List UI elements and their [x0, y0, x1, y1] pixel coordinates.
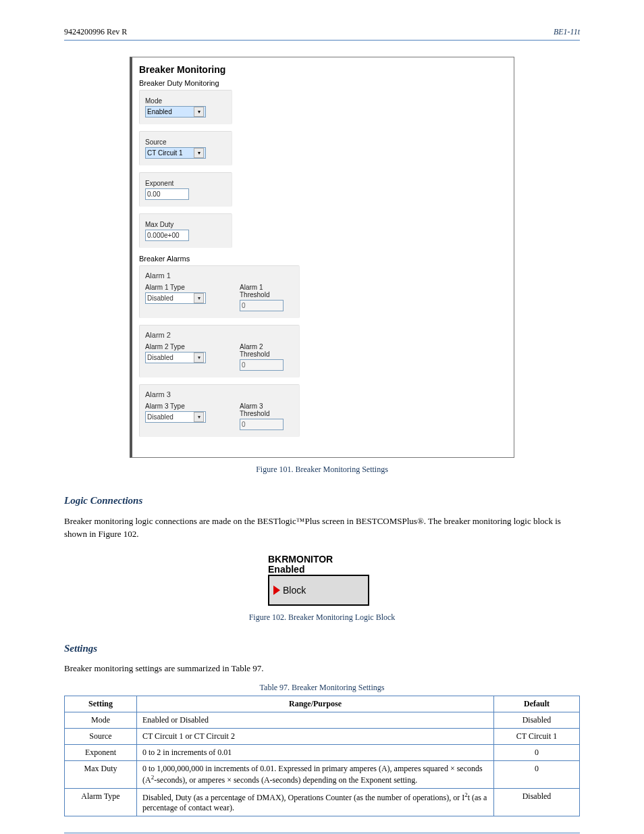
max-duty-group: Max Duty 0.000e+00	[139, 213, 232, 248]
settings-intro-text: Breaker monitoring settings are summariz…	[64, 663, 580, 674]
logic-block-box: Block	[268, 575, 369, 606]
table-row: Mode Enabled or Disabled Disabled	[65, 712, 580, 729]
alarm-type-label: Alarm 2 Type	[145, 343, 206, 350]
panel-title: Breaker Monitoring	[139, 64, 507, 75]
mode-select[interactable]: Enabled ▾	[145, 106, 206, 118]
table-caption-97: Table 97. Breaker Monitoring Settings	[64, 683, 580, 693]
header-left: 9424200996 Rev R	[64, 27, 127, 37]
settings-table: Setting Range/Purpose Default Mode Enabl…	[64, 696, 580, 816]
source-select[interactable]: CT Circuit 1 ▾	[145, 147, 206, 159]
cell-desc: Disabled, Duty (as a percentage of DMAX)…	[137, 789, 494, 816]
settings-heading: Settings	[64, 643, 580, 654]
alarm-thresh-input[interactable]: 0	[240, 419, 284, 430]
alarm-thresh-value: 0	[242, 421, 246, 428]
alarm-type-select[interactable]: Disabled ▾	[145, 352, 206, 363]
cell-setting: Exponent	[65, 745, 137, 761]
table-row: Exponent 0 to 2 in increments of 0.01 0	[65, 745, 580, 761]
cell-default: 0	[494, 745, 580, 761]
cell-setting: Mode	[65, 712, 137, 729]
exponent-input[interactable]: 0.00	[145, 188, 189, 200]
mode-group: Mode Enabled ▾	[139, 90, 232, 124]
alarm-type-select[interactable]: Disabled ▾	[145, 411, 206, 423]
cell-default: Disabled	[494, 789, 580, 816]
alarm-group: Alarm 2 Alarm 2 Type Disabled ▾ Alarm 2 …	[139, 325, 300, 377]
table-row: Alarm Type Disabled, Duty (as a percenta…	[65, 789, 580, 816]
cell-desc: 0 to 2 in increments of 0.01	[137, 745, 494, 761]
cell-setting: Alarm Type	[65, 789, 137, 816]
duty-monitoring-title: Breaker Duty Monitoring	[139, 79, 507, 87]
triangle-input-icon	[273, 585, 280, 595]
chevron-down-icon: ▾	[194, 353, 204, 363]
logic-block-title1: BKRMONITOR	[268, 554, 376, 565]
alarm-thresh-label: Alarm 1 Threshold	[240, 284, 294, 298]
source-value: CT Circuit 1	[147, 149, 183, 157]
cell-desc: Enabled or Disabled	[137, 712, 494, 729]
breaker-alarms-title: Breaker Alarms	[139, 255, 507, 263]
cell-default: 0	[494, 761, 580, 789]
footer-rule	[64, 833, 580, 833]
mode-value: Enabled	[147, 108, 172, 115]
logic-intro-text: Breaker monitoring logic connections are…	[64, 515, 580, 541]
chevron-down-icon: ▾	[194, 293, 204, 303]
max-duty-label: Max Duty	[145, 221, 226, 228]
alarm-type-value: Disabled	[147, 354, 173, 361]
max-duty-input[interactable]: 0.000e+00	[145, 230, 189, 241]
header-right: BE1-11t	[554, 27, 580, 37]
header-rule	[64, 40, 580, 41]
page-header: 9424200996 Rev R BE1-11t	[64, 27, 580, 37]
max-duty-value: 0.000e+00	[147, 232, 180, 239]
logic-block-figure: BKRMONITOR Enabled Block	[64, 554, 580, 606]
chevron-down-icon: ▾	[194, 412, 204, 422]
logic-connections-heading: Logic Connections	[64, 495, 580, 506]
th-range: Range/Purpose	[137, 696, 494, 712]
figure-caption-101: Figure 101. Breaker Monitoring Settings	[64, 465, 580, 475]
cell-setting: Max Duty	[65, 761, 137, 789]
exponent-group: Exponent 0.00	[139, 172, 232, 207]
alarm-type-select[interactable]: Disabled ▾	[145, 292, 206, 304]
table-row: Max Duty 0 to 1,000,000,000 in increment…	[65, 761, 580, 789]
exponent-value: 0.00	[147, 190, 160, 198]
alarm-type-label: Alarm 1 Type	[145, 284, 206, 291]
figure-caption-102: Figure 102. Breaker Monitoring Logic Blo…	[64, 613, 580, 623]
alarm-name: Alarm 2	[145, 331, 294, 339]
cell-desc: CT Circuit 1 or CT Circuit 2	[137, 729, 494, 745]
alarm-group: Alarm 1 Alarm 1 Type Disabled ▾ Alarm 1 …	[139, 265, 300, 318]
alarm-type-value: Disabled	[147, 413, 173, 421]
alarm-name: Alarm 1	[145, 271, 294, 280]
chevron-down-icon: ▾	[194, 107, 204, 117]
alarm-thresh-label: Alarm 2 Threshold	[240, 343, 294, 358]
th-default: Default	[494, 696, 580, 712]
alarm-thresh-input[interactable]: 0	[240, 359, 284, 371]
exponent-label: Exponent	[145, 180, 226, 187]
alarm-thresh-label: Alarm 3 Threshold	[240, 402, 294, 417]
cell-default: Disabled	[494, 712, 580, 729]
cell-desc: 0 to 1,000,000,000 in increments of 0.01…	[137, 761, 494, 789]
th-setting: Setting	[65, 696, 137, 712]
alarm-thresh-value: 0	[242, 302, 246, 309]
breaker-monitoring-panel: Breaker Monitoring Breaker Duty Monitori…	[130, 57, 514, 458]
alarm-type-value: Disabled	[147, 294, 173, 302]
alarm-thresh-value: 0	[242, 361, 246, 369]
alarm-name: Alarm 3	[145, 390, 294, 398]
logic-block-input-label: Block	[283, 585, 306, 596]
cell-setting: Source	[65, 729, 137, 745]
chevron-down-icon: ▾	[194, 148, 204, 158]
logic-block-title2: Enabled	[268, 565, 376, 575]
table-row: Source CT Circuit 1 or CT Circuit 2 CT C…	[65, 729, 580, 745]
alarm-thresh-input[interactable]: 0	[240, 300, 284, 311]
mode-label: Mode	[145, 97, 226, 105]
source-group: Source CT Circuit 1 ▾	[139, 131, 232, 165]
source-label: Source	[145, 138, 226, 146]
alarm-group: Alarm 3 Alarm 3 Type Disabled ▾ Alarm 3 …	[139, 384, 300, 437]
cell-default: CT Circuit 1	[494, 729, 580, 745]
alarm-type-label: Alarm 3 Type	[145, 402, 206, 410]
